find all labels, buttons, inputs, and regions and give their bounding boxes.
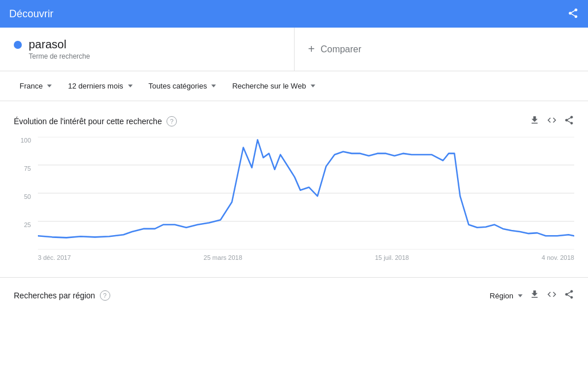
search-type-chevron-icon xyxy=(311,85,315,87)
trend-line-chart xyxy=(38,137,574,250)
region-download-icon[interactable] xyxy=(529,289,540,302)
search-type-filter[interactable]: Recherche sur le Web xyxy=(226,78,320,94)
period-filter[interactable]: 12 derniers mois xyxy=(62,78,138,94)
search-term: parasol xyxy=(29,38,67,51)
chart-title: Évolution de l'intérêt pour cette recher… xyxy=(14,117,162,126)
search-term-label: Terme de recherche xyxy=(29,52,280,60)
app-title: Découvrir xyxy=(9,8,53,20)
x-label-juil: 15 juil. 2018 xyxy=(375,254,409,261)
download-icon[interactable] xyxy=(529,115,540,128)
category-filter-label: Toutes catégories xyxy=(149,82,207,90)
chart-x-axis: 3 déc. 2017 25 mars 2018 15 juil. 2018 4… xyxy=(38,252,574,263)
chart-container: 100 75 50 25 3 déc. 2017 25 mars 20 xyxy=(14,137,574,263)
compare-label: Comparer xyxy=(320,44,361,55)
region-filter-label: France xyxy=(20,82,42,90)
chart-help-icon[interactable]: ? xyxy=(167,116,177,126)
category-filter[interactable]: Toutes catégories xyxy=(143,78,222,94)
period-filter-label: 12 derniers mois xyxy=(68,82,123,90)
chart-section: Évolution de l'intérêt pour cette recher… xyxy=(0,101,588,278)
region-chevron-icon xyxy=(47,85,52,87)
share-icon[interactable] xyxy=(567,7,579,21)
region-filter[interactable]: France xyxy=(14,78,57,94)
x-label-mars: 25 mars 2018 xyxy=(204,254,242,261)
category-chevron-icon xyxy=(211,85,216,87)
share-chart-icon[interactable] xyxy=(564,115,574,128)
compare-box[interactable]: + Comparer xyxy=(295,28,589,71)
region-share-icon[interactable] xyxy=(564,289,574,302)
search-type-filter-label: Recherche sur le Web xyxy=(232,82,305,90)
search-area: parasol Terme de recherche + Comparer xyxy=(0,28,588,71)
filters-bar: France 12 derniers mois Toutes catégorie… xyxy=(0,71,588,101)
bottom-actions: Région xyxy=(490,289,574,302)
search-term-box: parasol Terme de recherche xyxy=(0,28,295,71)
bottom-title: Recherches par région xyxy=(14,291,95,300)
y-label-75: 75 xyxy=(14,165,34,172)
region-select-button[interactable]: Région xyxy=(490,291,523,300)
embed-icon[interactable] xyxy=(547,115,557,128)
region-select-chevron-icon xyxy=(518,294,523,297)
region-embed-icon[interactable] xyxy=(547,289,557,302)
chart-y-axis: 100 75 50 25 xyxy=(14,137,34,250)
y-label-100: 100 xyxy=(14,137,34,144)
y-label-25: 25 xyxy=(14,221,34,228)
bottom-section: Recherches par région ? Région xyxy=(0,278,588,313)
region-help-icon[interactable]: ? xyxy=(100,290,110,301)
chart-title-area: Évolution de l'intérêt pour cette recher… xyxy=(14,116,177,126)
region-label: Région xyxy=(490,291,513,300)
app-header: Découvrir xyxy=(0,0,588,28)
chart-actions xyxy=(529,115,574,128)
y-label-50: 50 xyxy=(14,193,34,200)
chart-svg-area xyxy=(38,137,574,250)
compare-plus-icon: + xyxy=(308,43,315,56)
x-label-dec: 3 déc. 2017 xyxy=(38,254,71,261)
period-chevron-icon xyxy=(128,85,133,87)
term-color-dot xyxy=(14,41,22,49)
chart-header: Évolution de l'intérêt pour cette recher… xyxy=(14,115,574,128)
bottom-title-area: Recherches par région ? xyxy=(14,290,110,301)
x-label-nov: 4 nov. 2018 xyxy=(541,254,574,261)
